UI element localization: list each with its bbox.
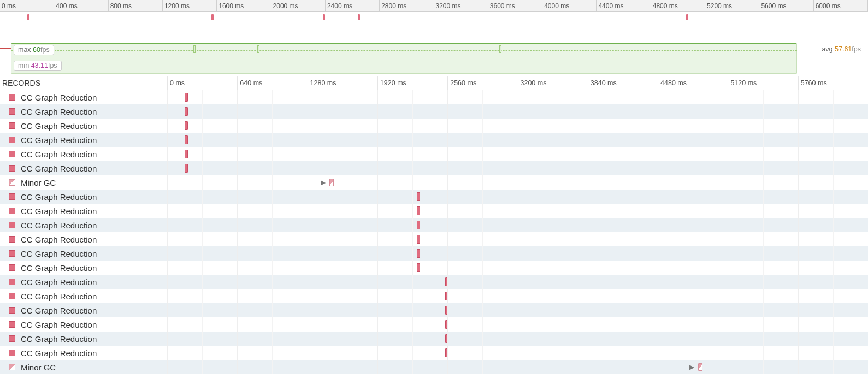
record-row-label[interactable]: CC Graph Reduction [0, 275, 167, 289]
fps-unit: fps [48, 62, 57, 69]
record-track[interactable] [167, 104, 868, 119]
record-block[interactable] [417, 263, 420, 272]
records-tick: 3200 ms [518, 76, 547, 90]
cc-swatch [9, 350, 15, 356]
records-tick: 3840 ms [588, 76, 617, 90]
record-row-text: CC Graph Reduction [21, 277, 97, 287]
record-row-label[interactable]: CC Graph Reduction [0, 261, 167, 275]
record-row-label[interactable]: Minor GC [0, 360, 167, 374]
record-track[interactable] [167, 317, 868, 332]
record-row-label[interactable]: CC Graph Reduction [0, 332, 167, 346]
overview-marker[interactable] [211, 14, 214, 20]
record-row-label[interactable]: CC Graph Reduction [0, 303, 167, 317]
record-track[interactable] [167, 275, 868, 289]
overview-tick: 4000 ms [542, 0, 597, 11]
overview-panel[interactable]: 0 ms400 ms800 ms1200 ms1600 ms2000 ms240… [0, 0, 868, 41]
record-block[interactable] [445, 292, 448, 300]
record-block[interactable] [417, 249, 420, 258]
record-row-label[interactable]: CC Graph Reduction [0, 246, 167, 261]
record-block[interactable] [185, 93, 188, 102]
cc-swatch [9, 250, 15, 257]
record-row-label[interactable]: CC Graph Reduction [0, 232, 167, 246]
record-row-label[interactable]: Minor GC [0, 175, 167, 190]
record-row-label[interactable]: CC Graph Reduction [0, 218, 167, 232]
fps-graph[interactable] [11, 43, 797, 74]
record-block[interactable] [445, 277, 448, 286]
record-block[interactable] [329, 179, 334, 186]
record-track[interactable] [167, 232, 868, 246]
record-track[interactable] [167, 119, 868, 133]
records-main[interactable]: 0 ms640 ms1280 ms1920 ms2560 ms3200 ms38… [167, 76, 868, 374]
overview-marker[interactable] [323, 14, 325, 20]
record-track[interactable] [167, 90, 868, 104]
record-row-text: CC Graph Reduction [21, 164, 97, 173]
record-block[interactable] [445, 320, 448, 329]
cc-swatch [9, 293, 15, 299]
record-block[interactable] [185, 150, 188, 158]
record-row-label[interactable]: CC Graph Reduction [0, 90, 167, 104]
record-block[interactable] [185, 135, 188, 144]
record-track[interactable] [167, 133, 868, 147]
record-row-label[interactable]: CC Graph Reduction [0, 104, 167, 119]
record-block[interactable] [417, 192, 420, 201]
record-block[interactable] [417, 206, 420, 215]
record-row-label[interactable]: CC Graph Reduction [0, 161, 167, 175]
record-track[interactable] [167, 289, 868, 303]
fps-min-pill: min 43.11fps [14, 61, 62, 71]
overview-tick: 5600 ms [759, 0, 813, 11]
record-row-label[interactable]: CC Graph Reduction [0, 289, 167, 303]
record-track[interactable] [167, 190, 868, 204]
records-ruler[interactable]: 0 ms640 ms1280 ms1920 ms2560 ms3200 ms38… [167, 76, 868, 90]
record-track[interactable] [167, 161, 868, 175]
fps-panel: max 60fps min 43.11fps avg 57.61fps [0, 41, 868, 76]
record-row-label[interactable]: CC Graph Reduction [0, 204, 167, 218]
record-track[interactable] [167, 147, 868, 161]
record-block[interactable] [445, 306, 448, 315]
overview-marker[interactable] [27, 14, 29, 20]
record-track[interactable]: ▶ [167, 175, 868, 190]
cc-swatch [9, 108, 15, 115]
records-tick: 5120 ms [728, 76, 757, 90]
record-track[interactable] [167, 332, 868, 346]
fps-avg-value: 57.61 [835, 45, 852, 53]
record-row-text: Minor GC [21, 178, 56, 187]
cc-swatch [9, 151, 15, 157]
record-block[interactable] [417, 235, 420, 244]
overview-ruler[interactable]: 0 ms400 ms800 ms1200 ms1600 ms2000 ms240… [0, 0, 868, 12]
overview-track[interactable] [0, 12, 868, 41]
record-row-text: CC Graph Reduction [21, 306, 97, 315]
fps-dip [257, 45, 259, 53]
records-sidebar: RECORDS CC Graph ReductionCC Graph Reduc… [0, 76, 167, 374]
record-track[interactable] [167, 346, 868, 360]
record-block[interactable] [417, 221, 420, 229]
cc-swatch [9, 94, 15, 101]
record-row-label[interactable]: CC Graph Reduction [0, 119, 167, 133]
expand-arrow-icon[interactable]: ▶ [321, 179, 326, 186]
cc-swatch [9, 236, 15, 243]
record-row-label[interactable]: CC Graph Reduction [0, 133, 167, 147]
records-tick: 2560 ms [447, 76, 476, 90]
fps-dip [499, 45, 501, 53]
record-block[interactable] [185, 121, 188, 130]
records-tick: 640 ms [237, 76, 262, 90]
record-track[interactable] [167, 204, 868, 218]
record-track[interactable] [167, 246, 868, 261]
record-row-label[interactable]: CC Graph Reduction [0, 346, 167, 360]
record-block[interactable] [445, 348, 448, 357]
overview-marker[interactable] [358, 14, 360, 20]
record-block[interactable] [698, 363, 702, 371]
record-block[interactable] [445, 334, 448, 343]
expand-arrow-icon[interactable]: ▶ [689, 363, 694, 371]
overview-marker[interactable] [686, 14, 688, 20]
overview-tick: 2400 ms [326, 0, 380, 11]
record-block[interactable] [185, 164, 188, 173]
record-track[interactable]: ▶ [167, 360, 868, 374]
record-block[interactable] [185, 107, 188, 116]
record-row-label[interactable]: CC Graph Reduction [0, 147, 167, 161]
record-track[interactable] [167, 261, 868, 275]
fps-max-value: 60 [33, 46, 40, 54]
record-track[interactable] [167, 218, 868, 232]
record-track[interactable] [167, 303, 868, 317]
record-row-label[interactable]: CC Graph Reduction [0, 190, 167, 204]
record-row-label[interactable]: CC Graph Reduction [0, 317, 167, 332]
